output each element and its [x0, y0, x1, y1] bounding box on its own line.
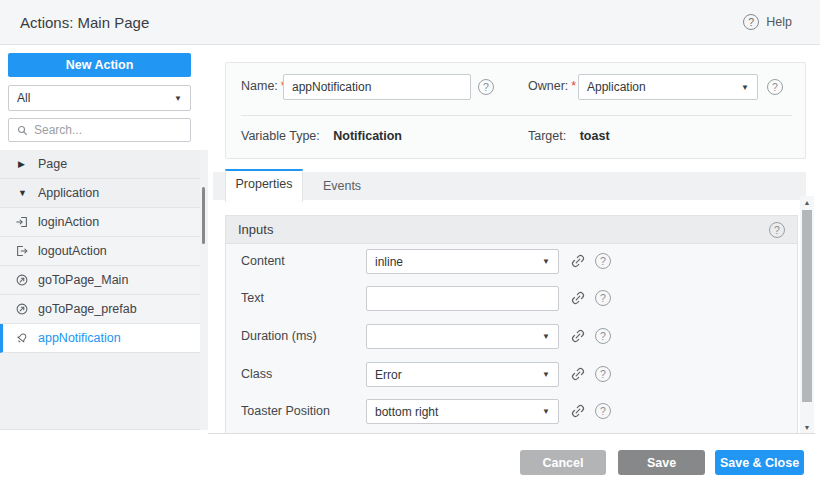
name-field[interactable] [283, 74, 471, 100]
sidebar: New Action All ▼ ▶ Page ▼ Application [0, 45, 208, 430]
prop-label-class: Class [241, 362, 272, 387]
target-label: Target: [528, 129, 566, 143]
notification-icon [15, 331, 29, 345]
header: Actions: Main Page ? Help [0, 0, 820, 45]
cancel-button[interactable]: Cancel [520, 450, 606, 475]
scrollbar-up-icon[interactable]: ▲ [800, 196, 814, 208]
prop-label-toaster-position: Toaster Position [241, 399, 330, 424]
toaster-position-value: bottom right [375, 405, 536, 419]
new-action-button[interactable]: New Action [8, 53, 191, 77]
class-value: Error [375, 368, 536, 382]
tree-group-page[interactable]: ▶ Page [0, 150, 200, 179]
tree-item-label: goToPage_Main [38, 273, 128, 287]
help-icon[interactable]: ? [743, 14, 759, 30]
help-link[interactable]: ? Help [743, 0, 792, 44]
variable-type-value: Notification [333, 129, 402, 143]
inputs-panel: Inputs ? Content inline ▼ ? Text ? Durat… [225, 215, 798, 434]
link-icon[interactable] [570, 403, 586, 419]
target-value: toast [580, 129, 610, 143]
goto-page-icon [15, 302, 29, 316]
tree-item-label: goToPage_prefab [38, 302, 137, 316]
prop-label-text: Text [241, 286, 264, 311]
content-select[interactable]: inline ▼ [366, 249, 559, 274]
tab-properties[interactable]: Properties [225, 169, 303, 202]
sidebar-scrollbar-thumb[interactable] [202, 187, 205, 244]
panel-divider [241, 115, 792, 116]
goto-page-icon [15, 273, 29, 287]
target-row: Target: toast [528, 129, 610, 143]
search-input[interactable] [34, 123, 183, 137]
help-icon[interactable]: ? [595, 328, 611, 344]
caret-down-icon[interactable]: ▼ [18, 188, 28, 198]
scrollbar-thumb[interactable] [802, 210, 812, 402]
variable-type-row: Variable Type: Notification [241, 129, 402, 143]
inputs-title: Inputs [238, 222, 769, 237]
tree-item-label: loginAction [38, 215, 99, 229]
toaster-position-select[interactable]: bottom right ▼ [366, 399, 559, 424]
tab-events[interactable]: Events [303, 172, 381, 200]
filter-value: All [17, 91, 168, 105]
details-panel: Name:* ? Owner:* Application ▼ ? Variabl… [225, 62, 806, 159]
owner-label: Owner:* [528, 79, 576, 93]
search-icon [16, 124, 29, 137]
class-select[interactable]: Error ▼ [366, 362, 559, 387]
prop-label-content: Content [241, 249, 285, 274]
duration-select[interactable]: ▼ [366, 324, 559, 349]
content-bottom-border [208, 433, 815, 434]
link-icon[interactable] [570, 253, 586, 269]
dropdown-caret-icon: ▼ [542, 332, 550, 341]
login-icon [15, 215, 29, 229]
help-icon[interactable]: ? [769, 222, 785, 238]
dropdown-caret-icon: ▼ [174, 94, 182, 103]
owner-select[interactable]: Application ▼ [578, 74, 758, 100]
caret-right-icon[interactable]: ▶ [18, 159, 28, 169]
help-icon[interactable]: ? [595, 366, 611, 382]
variable-type-label: Variable Type: [241, 129, 320, 143]
scrollbar-down-icon[interactable]: ▼ [800, 421, 814, 433]
logout-icon [15, 244, 29, 258]
action-tree: ▶ Page ▼ Application loginAction [0, 150, 208, 430]
tree-item-logoutaction[interactable]: logoutAction [0, 237, 200, 266]
help-label[interactable]: Help [766, 15, 792, 29]
inputs-header: Inputs ? [226, 216, 797, 244]
help-icon[interactable]: ? [595, 403, 611, 419]
tree-group-application[interactable]: ▼ Application [0, 179, 200, 208]
tree-item-gotopage-main[interactable]: goToPage_Main [0, 266, 200, 295]
owner-value: Application [587, 80, 735, 94]
tree-item-appnotification[interactable]: appNotification [0, 324, 200, 353]
tree-item-loginaction[interactable]: loginAction [0, 208, 200, 237]
actions-dialog: Actions: Main Page ? Help New Action All… [0, 0, 820, 491]
save-and-close-button[interactable]: Save & Close [715, 450, 804, 475]
help-icon[interactable]: ? [595, 253, 611, 269]
tree-item-label: appNotification [38, 331, 121, 345]
required-marker: * [571, 79, 576, 93]
tree-group-label: Page [38, 157, 67, 171]
content-value: inline [375, 255, 536, 269]
dropdown-caret-icon: ▼ [542, 257, 550, 266]
text-field[interactable] [366, 286, 559, 311]
dropdown-caret-icon: ▼ [542, 370, 550, 379]
link-icon[interactable] [570, 366, 586, 382]
action-filter-select[interactable]: All ▼ [8, 85, 191, 111]
tree-item-gotopage-prefab[interactable]: goToPage_prefab [0, 295, 200, 324]
link-icon[interactable] [570, 328, 586, 344]
properties-scrollbar[interactable]: ▲ ▼ [800, 196, 814, 433]
prop-label-duration: Duration (ms) [241, 324, 317, 349]
tree-item-label: logoutAction [38, 244, 107, 258]
tree-group-label: Application [38, 186, 99, 200]
help-icon[interactable]: ? [595, 290, 611, 306]
save-button[interactable]: Save [618, 450, 705, 475]
help-icon[interactable]: ? [478, 79, 494, 95]
dropdown-caret-icon: ▼ [741, 83, 749, 92]
help-icon[interactable]: ? [767, 79, 783, 95]
page-title: Actions: Main Page [20, 0, 149, 44]
search-box[interactable] [8, 118, 191, 142]
name-label: Name:* [241, 79, 286, 93]
link-icon[interactable] [570, 290, 586, 306]
dropdown-caret-icon: ▼ [542, 407, 550, 416]
